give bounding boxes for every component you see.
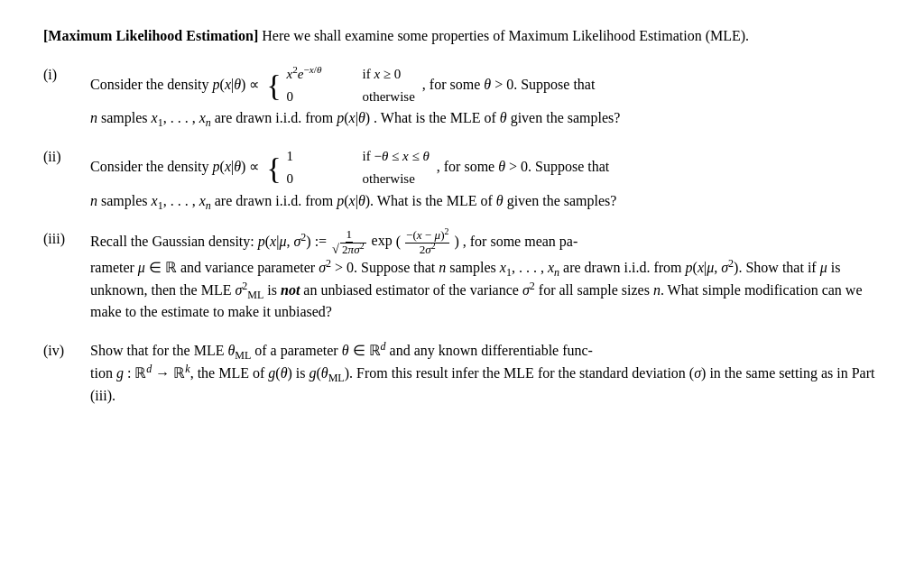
piecewise-expr-ii-2: 0 [287, 169, 350, 189]
piecewise-cond-1: if x ≥ 0 [363, 64, 402, 85]
piecewise-expr-1: x2e−x/θ [287, 64, 350, 85]
piecewise-cases-ii: 1 if −θ ≤ x ≤ θ 0 otherwise [287, 146, 430, 190]
item-content-iii: Recall the Gaussian density: p(x|μ, σ2) … [90, 228, 881, 324]
frac-den: √2πσ2 [331, 243, 366, 257]
item-content-i: Consider the density p(x|θ) ∝ { x2e−x/θ … [90, 64, 881, 130]
problem-item-ii: (ii) Consider the density p(x|θ) ∝ { 1 i… [43, 146, 881, 212]
topic-header: [Maximum Likelihood Estimation] [43, 28, 258, 43]
left-brace-ii: { [266, 153, 281, 184]
piecewise-cases: x2e−x/θ if x ≥ 0 0 otherwise [287, 64, 415, 108]
item-iii-exp: ( −(x − μ)2 2σ2 ) [396, 234, 459, 249]
piecewise-cond-ii-1: if −θ ≤ x ≤ θ [363, 146, 430, 167]
sqrt-wrapper: √2πσ2 [332, 243, 365, 257]
exp-num: −(x − μ)2 [405, 229, 449, 243]
frac-num: 1 [346, 228, 354, 242]
item-iii-text2: exp [372, 234, 396, 249]
piecewise-row-1: x2e−x/θ if x ≥ 0 [287, 64, 415, 85]
item-label-iii: (iii) [43, 228, 90, 251]
piecewise-cond-2: otherwise [363, 87, 415, 107]
intro-paragraph: [Maximum Likelihood Estimation] Here we … [43, 25, 881, 48]
item-ii-text3: n samples x1, . . . , xn are drawn i.i.d… [90, 193, 616, 208]
piecewise-expr-ii-1: 1 [287, 146, 350, 167]
sqrt-symbol: √ [332, 243, 339, 257]
frac-one-over-sqrt: 1 √2πσ2 [331, 228, 366, 256]
sqrt-content: 2πσ2 [340, 243, 366, 256]
item-content-iv: Show that for the MLE θML of a parameter… [90, 340, 881, 407]
page-container: [Maximum Likelihood Estimation] Here we … [43, 25, 881, 408]
piecewise-expr-2: 0 [287, 87, 350, 107]
intro-text: Here we shall examine some properties of… [262, 28, 749, 43]
item-label-i: (i) [43, 64, 90, 87]
frac-exp: −(x − μ)2 2σ2 [405, 229, 449, 256]
piecewise-row-ii-1: 1 if −θ ≤ x ≤ θ [287, 146, 430, 167]
item-i-text2: , for some θ > 0. Suppose that [422, 77, 596, 92]
item-i-text3: n samples x1, . . . , xn are drawn i.i.d… [90, 110, 620, 125]
item-iv-text: Show that for the MLE θML of a parameter… [90, 343, 874, 403]
item-i-text1: Consider the density p(x|θ) ∝ [90, 77, 263, 92]
problem-item-iii: (iii) Recall the Gaussian density: p(x|μ… [43, 228, 881, 324]
exp-den: 2σ2 [419, 243, 437, 256]
problem-item-iv: (iv) Show that for the MLE θML of a para… [43, 340, 881, 407]
left-brace: { [266, 70, 281, 101]
problem-item-i: (i) Consider the density p(x|θ) ∝ { x2e−… [43, 64, 881, 130]
item-content-ii: Consider the density p(x|θ) ∝ { 1 if −θ … [90, 146, 881, 212]
item-label-iv: (iv) [43, 340, 90, 363]
item-ii-text2: , for some θ > 0. Suppose that [437, 159, 610, 174]
item-ii-piecewise: { 1 if −θ ≤ x ≤ θ 0 otherwise [266, 146, 429, 190]
piecewise-row-ii-2: 0 otherwise [287, 169, 430, 189]
item-i-piecewise: { x2e−x/θ if x ≥ 0 0 otherwise [266, 64, 414, 108]
item-label-ii: (ii) [43, 146, 90, 169]
piecewise-row-2: 0 otherwise [287, 87, 415, 107]
item-ii-text1: Consider the density p(x|θ) ∝ [90, 159, 263, 174]
item-iii-text1: Recall the Gaussian density: p(x|μ, σ2) … [90, 234, 330, 249]
piecewise-cond-ii-2: otherwise [363, 169, 415, 189]
